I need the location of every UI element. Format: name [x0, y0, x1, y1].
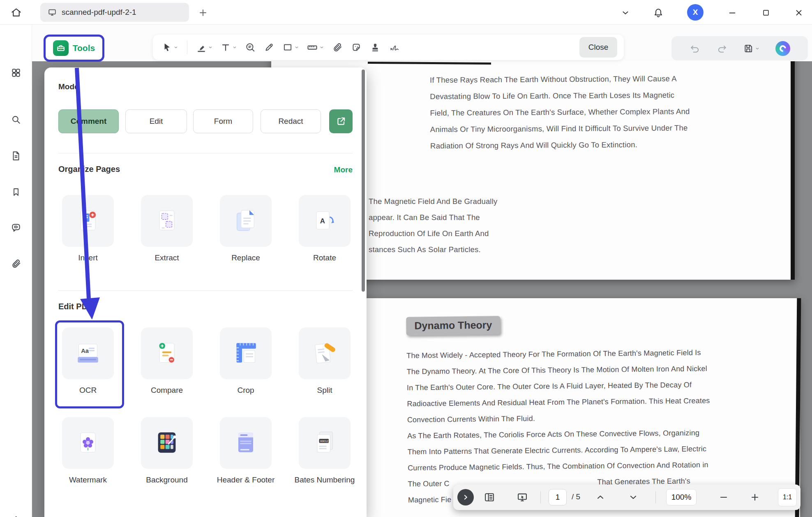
edit-pdf-label: Edit PDF: [58, 302, 92, 311]
sidebar-item-editor[interactable]: [8, 513, 24, 517]
mode-comment-button[interactable]: Comment: [58, 109, 119, 133]
tool-card-compare[interactable]: Compare: [136, 327, 198, 395]
tool-card-replace[interactable]: Replace: [215, 195, 277, 262]
chevron-right-icon: [461, 493, 470, 501]
home-button[interactable]: [7, 5, 25, 19]
zoom-in-button[interactable]: [747, 490, 762, 505]
tools-button-label: Tools: [73, 43, 95, 53]
actual-size-button[interactable]: 1:1: [778, 488, 797, 506]
mode-edit-button[interactable]: Edit: [125, 109, 187, 133]
ai-assistant-button[interactable]: [773, 39, 792, 58]
replace-icon: [220, 195, 272, 247]
annotation-toolbar: Close: [153, 35, 624, 60]
pen-annotate-tool[interactable]: [261, 38, 277, 57]
organize-pages-label: Organize Pages: [58, 165, 120, 174]
search-icon: [11, 114, 21, 125]
mode-redact-button[interactable]: Redact: [261, 109, 321, 133]
sticker-icon: [351, 42, 362, 53]
mode-form-button[interactable]: Form: [193, 109, 253, 133]
panel-scrollbar[interactable]: [362, 70, 365, 292]
sidebar-item-search[interactable]: [8, 112, 24, 128]
toolbar: Tools: [32, 25, 812, 61]
tool-card-watermark[interactable]: Watermark: [57, 417, 119, 485]
document-tab[interactable]: scanned-pdf-updf-2-1: [40, 3, 189, 22]
maximize-button[interactable]: [759, 6, 773, 20]
tools-panel: Mode Comment Edit Form Redact Organize P…: [44, 67, 367, 517]
close-tools-button[interactable]: Close: [579, 37, 617, 58]
previous-page-button[interactable]: [593, 490, 608, 505]
undo-button[interactable]: [687, 39, 703, 58]
note-search-tool[interactable]: [242, 38, 258, 57]
user-avatar[interactable]: X: [687, 4, 704, 21]
sticker-tool[interactable]: [348, 38, 364, 57]
save-button[interactable]: [741, 39, 762, 58]
close-window-button[interactable]: [791, 6, 806, 20]
thumbnail-panel-button[interactable]: [482, 490, 497, 505]
stamp-icon: [370, 42, 381, 53]
document-text-line: Radiation Of Strong Rays And Will Quickl…: [430, 140, 690, 158]
document-text-line: appear. It Can Be Said That The: [369, 209, 497, 225]
page2-paragraph: The Most Widely - Accepted Theory For Th…: [406, 348, 710, 480]
redo-button[interactable]: [714, 39, 730, 58]
select-tool[interactable]: [159, 38, 180, 57]
text-tool[interactable]: [218, 38, 239, 57]
tool-card-crop[interactable]: Crop: [215, 327, 277, 395]
display-mode-button[interactable]: [515, 490, 530, 505]
highlight-tool[interactable]: [194, 38, 215, 57]
mode-button-label: Redact: [278, 117, 303, 126]
tool-card-header-footer[interactable]: Header & Footer: [215, 417, 277, 485]
pen-icon: [264, 42, 275, 53]
document-text-line: Devastating Blow To Life On Earth. Once …: [430, 90, 690, 109]
document-text-line: The Outer C: [408, 480, 450, 496]
sidebar-item-apps[interactable]: [8, 65, 24, 81]
maximize-icon: [762, 9, 770, 17]
sidebar-item-attachments[interactable]: [8, 256, 24, 271]
tool-card-extract[interactable]: Extract: [136, 195, 198, 262]
divider: [58, 153, 353, 153]
tool-card-label: Background: [146, 475, 187, 485]
rotate-icon: A: [299, 195, 351, 247]
sidebar-item-bookmarks[interactable]: [8, 184, 24, 200]
document-text-line: Reproduction Of Life On Earth And: [369, 225, 497, 241]
tab-list-button[interactable]: [618, 6, 633, 20]
shape-tool[interactable]: [280, 38, 301, 57]
page-number-input[interactable]: [549, 489, 567, 505]
window-titlebar: scanned-pdf-updf-2-1 X: [0, 0, 812, 25]
tool-card-background[interactable]: Background: [136, 417, 198, 485]
document-text-line: Field, The Creatures On The Earth's Surf…: [430, 107, 690, 125]
notifications-button[interactable]: [651, 6, 666, 20]
tool-card-label: Bates Numbering: [295, 475, 355, 485]
zoom-out-button[interactable]: [716, 490, 731, 505]
minus-icon: [719, 492, 729, 502]
tool-card-split[interactable]: Split: [294, 327, 355, 395]
monitor-icon: [48, 8, 57, 17]
chevron-down-icon: [232, 45, 237, 50]
tool-card-rotate[interactable]: A Rotate: [294, 195, 355, 262]
ratio-label: 1:1: [783, 494, 792, 501]
measure-tool[interactable]: [304, 38, 326, 57]
tool-card-insert[interactable]: Insert: [57, 195, 119, 262]
more-link[interactable]: More: [334, 165, 353, 174]
sidebar-item-documents[interactable]: [8, 148, 24, 164]
chevron-up-icon: [595, 492, 605, 502]
apps-grid-icon: [11, 67, 21, 78]
highlight-icon: [196, 42, 207, 53]
attach-file-tool[interactable]: [330, 38, 345, 57]
new-tab-button[interactable]: [196, 6, 210, 19]
tools-button[interactable]: Tools: [44, 35, 104, 62]
tool-card-ocr[interactable]: Aa OCR: [57, 327, 119, 395]
scan-edge: [791, 61, 795, 280]
open-in-new-window-button[interactable]: [329, 109, 353, 133]
zoom-level[interactable]: 100%: [666, 489, 697, 505]
signature-tool[interactable]: [386, 38, 403, 57]
stamp-tool[interactable]: [367, 38, 383, 57]
document-viewer: If These Rays Reach The Earth Without Ob…: [32, 61, 812, 517]
sidebar-item-comments[interactable]: [8, 220, 24, 235]
tool-card-bates-numbering[interactable]: 000123 Bates Numbering: [294, 417, 355, 485]
bates-numbering-icon: 000123: [299, 417, 351, 469]
mode-button-label: Comment: [71, 117, 107, 126]
next-page-button[interactable]: [626, 490, 641, 505]
select-cursor-icon: [161, 42, 172, 53]
expand-nav-button[interactable]: [457, 489, 474, 505]
minimize-button[interactable]: [725, 6, 740, 20]
